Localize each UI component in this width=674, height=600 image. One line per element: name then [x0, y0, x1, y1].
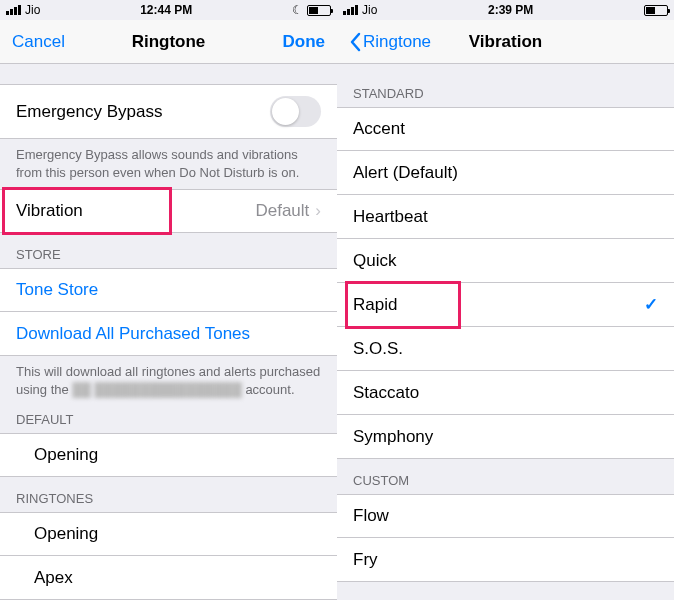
- emergency-bypass-row[interactable]: Emergency Bypass: [0, 84, 337, 139]
- check-icon: ✓: [644, 294, 658, 315]
- standard-header: STANDARD: [337, 64, 674, 107]
- ringtone-item[interactable]: Opening: [0, 512, 337, 556]
- clock: 12:44 PM: [140, 3, 192, 17]
- clock: 2:39 PM: [488, 3, 533, 17]
- cancel-button[interactable]: Cancel: [12, 32, 65, 52]
- default-item[interactable]: Opening: [0, 433, 337, 477]
- vibration-item[interactable]: S.O.S.: [337, 327, 674, 371]
- vibration-item[interactable]: Fry: [337, 538, 674, 582]
- emergency-bypass-label: Emergency Bypass: [16, 102, 162, 122]
- content: STANDARD Accent Alert (Default) Heartbea…: [337, 64, 674, 600]
- emergency-bypass-footer: Emergency Bypass allows sounds and vibra…: [0, 139, 337, 189]
- tone-store-row[interactable]: Tone Store: [0, 268, 337, 312]
- custom-header: CUSTOM: [337, 459, 674, 494]
- emergency-bypass-toggle[interactable]: [270, 96, 321, 127]
- moon-icon: ☾: [292, 3, 303, 17]
- vibration-item[interactable]: Alert (Default): [337, 151, 674, 195]
- vibration-item[interactable]: Staccato: [337, 371, 674, 415]
- battery-icon: [307, 5, 331, 16]
- signal-icon: [6, 5, 21, 15]
- signal-icon: [343, 5, 358, 15]
- vibration-value: Default: [255, 201, 309, 221]
- status-bar: Jio 2:39 PM: [337, 0, 674, 20]
- back-button[interactable]: Ringtone: [349, 32, 431, 52]
- ringtones-header: RINGTONES: [0, 477, 337, 512]
- download-tones-row[interactable]: Download All Purchased Tones: [0, 312, 337, 356]
- store-header: STORE: [0, 233, 337, 268]
- vibration-item[interactable]: Heartbeat: [337, 195, 674, 239]
- vibration-item[interactable]: Flow: [337, 494, 674, 538]
- download-footer: This will download all ringtones and ale…: [0, 356, 337, 406]
- default-header: DEFAULT: [0, 406, 337, 433]
- screen-ringtone: Jio 12:44 PM ☾ Cancel Ringtone Done Emer…: [0, 0, 337, 600]
- battery-icon: [644, 5, 668, 16]
- done-button[interactable]: Done: [283, 32, 326, 52]
- carrier: Jio: [362, 3, 377, 17]
- content: Emergency Bypass Emergency Bypass allows…: [0, 64, 337, 600]
- screen-vibration: Jio 2:39 PM Ringtone Vibration STANDARD …: [337, 0, 674, 600]
- vibration-item[interactable]: Accent: [337, 107, 674, 151]
- ringtone-item[interactable]: Apex: [0, 556, 337, 600]
- carrier: Jio: [25, 3, 40, 17]
- nav-bar: Ringtone Vibration: [337, 20, 674, 64]
- status-bar: Jio 12:44 PM ☾: [0, 0, 337, 20]
- vibration-label: Vibration: [16, 201, 83, 221]
- vibration-item[interactable]: Quick: [337, 239, 674, 283]
- vibration-item-selected[interactable]: Rapid ✓: [337, 283, 674, 327]
- vibration-row[interactable]: Vibration Default ›: [0, 189, 337, 233]
- nav-bar: Cancel Ringtone Done: [0, 20, 337, 64]
- chevron-left-icon: [349, 32, 361, 52]
- chevron-right-icon: ›: [315, 201, 321, 221]
- vibration-item[interactable]: Symphony: [337, 415, 674, 459]
